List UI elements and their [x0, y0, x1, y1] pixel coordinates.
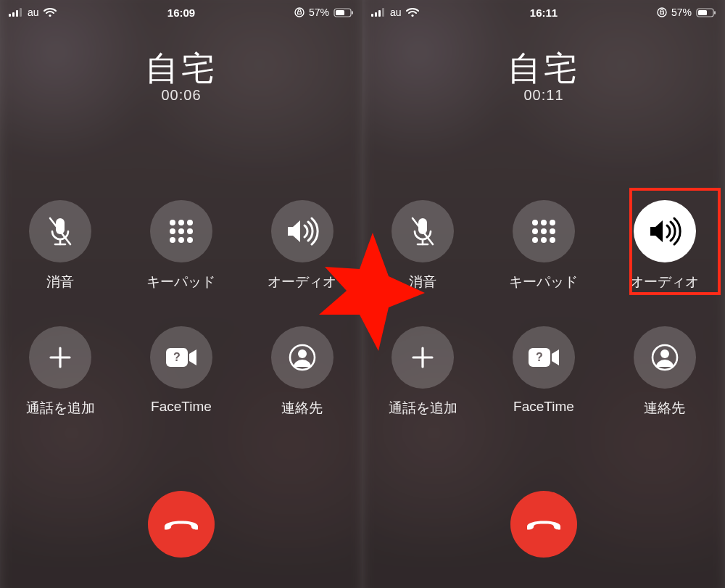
keypad-button[interactable] [150, 200, 212, 262]
svg-point-14 [170, 228, 175, 234]
add-call-button[interactable] [29, 326, 91, 389]
svg-point-15 [178, 228, 184, 234]
svg-point-11 [170, 220, 175, 225]
svg-point-18 [178, 237, 184, 243]
svg-text:?: ? [536, 351, 543, 363]
facetime-icon: ? [165, 346, 198, 369]
contacts-button[interactable] [634, 326, 696, 389]
add-call-label: 通話を追加 [389, 399, 457, 418]
status-bar: 16:11 au 57% [362, 0, 725, 25]
facetime-label: FaceTime [151, 399, 212, 415]
hangup-icon [525, 514, 563, 534]
contacts-icon [288, 343, 317, 372]
status-bar: 16:09 au 57% [0, 0, 362, 25]
mute-label: 消音 [409, 273, 436, 291]
mute-button[interactable] [392, 200, 454, 262]
status-time: 16:09 [0, 7, 362, 19]
svg-point-19 [187, 237, 193, 243]
facetime-icon: ? [527, 346, 560, 369]
facetime-button[interactable]: ? [513, 326, 575, 389]
contacts-label: 連絡先 [281, 399, 323, 418]
keypad-label: キーパッド [509, 273, 578, 291]
svg-point-17 [170, 237, 175, 243]
caller-name: 自宅 [362, 46, 725, 91]
phone-screen-left: 16:09 au 57% 自宅 00:06 [0, 0, 362, 588]
hangup-icon [162, 514, 200, 534]
mute-button[interactable] [29, 200, 91, 262]
contacts-button[interactable] [271, 326, 334, 389]
svg-point-37 [532, 220, 538, 225]
annotation-highlight [629, 188, 721, 295]
audio-label: オーディオ [268, 273, 336, 291]
svg-point-39 [550, 220, 555, 225]
svg-point-38 [541, 220, 547, 225]
svg-point-13 [187, 220, 193, 225]
caller-name: 自宅 [0, 46, 362, 91]
svg-point-16 [187, 228, 193, 234]
svg-point-40 [532, 228, 538, 234]
plus-icon [46, 344, 74, 371]
call-controls-grid: 消音 キーパッド オーディオ [0, 200, 362, 418]
svg-point-43 [532, 237, 538, 243]
end-call-button[interactable] [510, 491, 577, 558]
facetime-button[interactable]: ? [150, 326, 212, 389]
contacts-label: 連絡先 [644, 399, 685, 418]
audio-button[interactable] [271, 200, 334, 262]
svg-point-41 [541, 228, 547, 234]
keypad-label: キーパッド [146, 273, 215, 291]
speaker-icon [285, 217, 320, 246]
end-call-button[interactable] [148, 491, 215, 558]
keypad-icon [167, 217, 196, 246]
svg-point-45 [550, 237, 555, 243]
mute-icon [46, 215, 75, 247]
svg-text:?: ? [173, 351, 181, 363]
svg-point-25 [298, 349, 307, 358]
mute-icon [408, 215, 437, 247]
svg-point-44 [541, 237, 547, 243]
facetime-label: FaceTime [513, 399, 574, 415]
call-duration: 00:11 [362, 87, 725, 104]
svg-point-51 [660, 349, 669, 358]
svg-point-12 [178, 220, 184, 225]
plus-icon [409, 344, 436, 371]
keypad-button[interactable] [513, 200, 575, 262]
contacts-icon [650, 343, 679, 372]
keypad-icon [529, 217, 558, 246]
add-call-label: 通話を追加 [26, 399, 95, 418]
call-duration: 00:06 [0, 87, 362, 104]
svg-point-42 [550, 228, 555, 234]
status-time: 16:11 [362, 7, 725, 19]
add-call-button[interactable] [392, 326, 454, 389]
mute-label: 消音 [46, 273, 74, 291]
